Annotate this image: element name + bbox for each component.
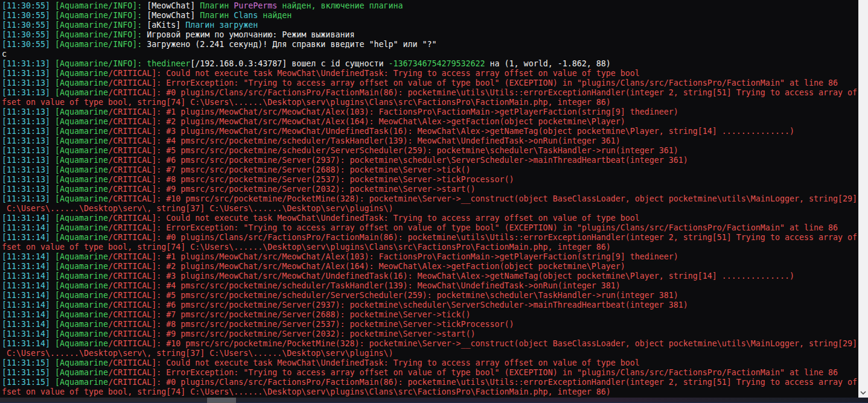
log-line: fset on value of type bool, string[74] C… <box>2 98 858 107</box>
log-line: c <box>2 49 858 59</box>
log-segment: /CRITICAL]: <box>108 310 166 319</box>
log-line: [11:30:55] [Aquamarine/INFO]: [aKits] Пл… <box>2 21 858 30</box>
log-segment: /CRITICAL]: <box>108 88 166 97</box>
log-segment: [11:31:14] <box>2 271 55 281</box>
log-segment: [11:31:14] <box>2 223 55 232</box>
log-line: [11:30:55] [Aquamarine/INFO]: [MeowChat]… <box>2 1 858 11</box>
log-segment: /CRITICAL]: <box>108 271 166 281</box>
log-segment: [Aquamarine <box>55 291 108 300</box>
console-window: [11:30:55] [Aquamarine/INFO]: [MeowChat]… <box>0 0 868 403</box>
log-segment: [aKits] <box>147 21 185 30</box>
log-segment: [11:31:14] <box>2 214 55 223</box>
log-line: [11:30:55] [Aquamarine/INFO]: Загружено … <box>2 40 858 49</box>
log-segment: ErrorException: "Trying to access array … <box>166 368 838 377</box>
log-segment: #8 pmsrc/src/pocketmine/Server(2537): po… <box>166 175 514 184</box>
log-segment: /CRITICAL]: <box>108 358 166 367</box>
log-line: [11:31:14] [Aquamarine/CRITICAL]: Could … <box>2 214 858 223</box>
log-segment: /CRITICAL]: <box>108 368 166 377</box>
log-segment: #7 pmsrc/src/pocketmine/Server(2688): po… <box>166 165 470 174</box>
log-segment: [MeowChat] <box>147 11 200 20</box>
log-line: [11:31:13] [Aquamarine/CRITICAL]: #6 pms… <box>2 156 858 165</box>
log-segment: [Aquamarine/INFO]: <box>55 1 147 10</box>
log-line: [11:31:13] [Aquamarine/CRITICAL]: #4 pms… <box>2 136 858 146</box>
log-segment: [11:31:14] <box>2 291 55 300</box>
chevron-down-icon[interactable] <box>859 389 867 397</box>
log-segment: /CRITICAL]: <box>108 136 166 145</box>
log-line: [11:31:13] [Aquamarine/CRITICAL]: #5 pms… <box>2 146 858 156</box>
log-segment: [11:31:15] <box>2 378 55 387</box>
log-segment: [11:31:14] <box>2 281 55 290</box>
log-segment: #0 plugins/Clans/src/FactionsPro/Faction… <box>166 233 857 242</box>
horizontal-scrollbar[interactable] <box>0 398 868 403</box>
log-segment: Игровой режим по умолчанию: Режим выжива… <box>147 30 354 39</box>
log-segment: fset on value of type bool, string[74] C… <box>2 387 611 396</box>
log-segment: #0 plugins/Clans/src/FactionsPro/Faction… <box>166 88 857 97</box>
log-segment: [Aquamarine/INFO]: <box>55 30 147 39</box>
log-line: [11:30:55] [Aquamarine/INFO]: Игровой ре… <box>2 30 858 40</box>
log-segment: [11:31:13] <box>2 127 55 136</box>
log-segment: [Aquamarine <box>55 69 108 78</box>
log-line: [11:31:15] [Aquamarine/CRITICAL]: #0 plu… <box>2 378 858 387</box>
log-segment: [11:30:55] <box>2 40 55 49</box>
log-segment: /CRITICAL]: <box>108 339 166 348</box>
log-segment: Could not execute task MeowChat\Undefine… <box>166 358 640 367</box>
horizontal-scrollbar-thumb[interactable] <box>207 398 236 403</box>
log-segment: [Aquamarine <box>55 233 108 242</box>
log-segment: [Aquamarine/INFO]: <box>55 40 147 49</box>
log-line: [11:31:13] [Aquamarine/CRITICAL]: #2 plu… <box>2 117 858 127</box>
log-line: [11:31:13] [Aquamarine/CRITICAL]: ErrorE… <box>2 78 858 88</box>
log-segment: /CRITICAL]: <box>108 223 166 232</box>
log-segment: на (1, world, -1.862, 88) <box>485 59 611 68</box>
log-segment: [Aquamarine/INFO]: <box>55 21 147 30</box>
log-segment: /CRITICAL]: <box>108 378 166 387</box>
log-line: C:\Users\......\Desktop\serv\, string[37… <box>2 204 858 214</box>
log-segment: [11:30:55] <box>2 1 55 10</box>
log-segment: [11:31:13] <box>2 88 55 97</box>
log-segment: [11:31:13] <box>2 107 55 116</box>
log-segment: ErrorException: "Trying to access array … <box>166 78 838 87</box>
log-segment: [Aquamarine <box>55 339 108 348</box>
log-line: [11:31:13] [Aquamarine/CRITICAL]: #3 plu… <box>2 127 858 136</box>
log-segment: /CRITICAL]: <box>108 194 166 203</box>
log-segment: fset on value of type bool, string[74] C… <box>2 243 611 252</box>
log-segment: [11:31:14] <box>2 339 55 348</box>
log-segment: [11:31:13] <box>2 185 55 194</box>
log-segment: [11:31:13] <box>2 156 55 165</box>
log-segment: #6 pmsrc/src/pocketmine/Server(2937): po… <box>166 156 688 165</box>
log-segment: #4 pmsrc/src/pocketmine/scheduler/TaskHa… <box>166 136 621 145</box>
log-segment: /CRITICAL]: <box>108 214 166 223</box>
log-line: [11:31:13] [Aquamarine/CRITICAL]: #1 plu… <box>2 107 858 117</box>
log-segment: #4 pmsrc/src/pocketmine/scheduler/TaskHa… <box>166 281 621 290</box>
log-segment: Плагин <box>200 11 234 20</box>
log-segment: [Aquamarine <box>55 262 108 271</box>
log-line: [11:31:14] [Aquamarine/CRITICAL]: #2 plu… <box>2 262 858 271</box>
log-segment: [Aquamarine <box>55 358 108 367</box>
log-segment: [Aquamarine <box>55 300 108 309</box>
log-line: [11:31:14] [Aquamarine/CRITICAL]: #10 pm… <box>2 339 858 349</box>
log-segment: /CRITICAL]: <box>108 165 166 174</box>
log-line: fset on value of type bool, string[74] C… <box>2 243 858 252</box>
log-segment: [11:30:55] <box>2 11 55 20</box>
log-segment: [11:31:13] <box>2 175 55 184</box>
log-segment: /CRITICAL]: <box>108 69 166 78</box>
vertical-scrollbar[interactable] <box>858 0 868 398</box>
console-output[interactable]: [11:30:55] [Aquamarine/INFO]: [MeowChat]… <box>0 0 858 398</box>
log-segment: [Aquamarine <box>55 88 108 97</box>
log-segment: [11:31:13] <box>2 146 55 155</box>
log-segment: [Aquamarine <box>55 175 108 184</box>
log-line: [11:31:14] [Aquamarine/CRITICAL]: #0 plu… <box>2 233 858 243</box>
log-segment: Плагин загружен <box>185 21 258 30</box>
log-segment: /CRITICAL]: <box>108 127 166 136</box>
log-segment: [11:31:13] <box>2 117 55 126</box>
log-segment: C:\Users\......\Desktop\serv\, string[37… <box>2 204 393 213</box>
log-segment: [11:31:14] <box>2 320 55 329</box>
log-segment: [Aquamarine <box>55 127 108 136</box>
log-segment: [11:31:15] <box>2 368 55 377</box>
log-segment: #3 plugins/MeowChat/src/MeowChat/Undefin… <box>166 127 794 136</box>
log-segment: [11:30:55] <box>2 30 55 39</box>
log-segment: #8 pmsrc/src/pocketmine/Server(2537): po… <box>166 320 514 329</box>
log-line: [11:31:13] [Aquamarine/CRITICAL]: Could … <box>2 69 858 78</box>
log-segment: ErrorException: "Trying to access array … <box>166 223 838 232</box>
log-segment: [11:31:15] <box>2 358 55 367</box>
log-line: [11:31:14] [Aquamarine/CRITICAL]: #8 pms… <box>2 320 858 329</box>
